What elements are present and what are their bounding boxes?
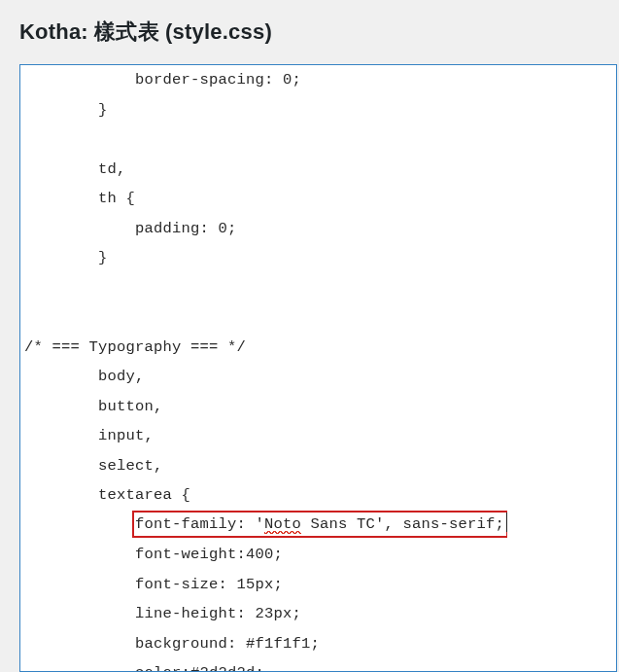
code-line: color:#2d2d2d; bbox=[24, 658, 616, 672]
code-line: button, bbox=[24, 392, 616, 422]
code-line-highlighted: font-family: 'Noto Sans TC', sans-serif; bbox=[24, 511, 616, 541]
code-line: } bbox=[24, 95, 616, 125]
code-line: input, bbox=[24, 421, 616, 451]
code-line: select, bbox=[24, 451, 616, 481]
code-line bbox=[24, 302, 616, 333]
code-line: td, bbox=[24, 155, 616, 185]
code-line: /* === Typography === */ bbox=[24, 333, 616, 363]
code-editor[interactable]: border-spacing: 0; } td, th { padding: 0… bbox=[19, 64, 617, 672]
code-line: font-weight:400; bbox=[24, 540, 616, 570]
code-line: textarea { bbox=[24, 480, 616, 511]
code-line: padding: 0; bbox=[24, 214, 616, 244]
title-filename: (style.css) bbox=[159, 19, 272, 44]
code-text bbox=[24, 516, 135, 534]
code-line bbox=[24, 124, 616, 155]
text-caret bbox=[506, 513, 507, 532]
code-line: th { bbox=[24, 184, 616, 214]
highlight-box: font-family: 'Noto Sans TC', sans-serif; bbox=[132, 511, 507, 538]
code-line: font-size: 15px; bbox=[24, 570, 616, 600]
code-content[interactable]: border-spacing: 0; } td, th { padding: 0… bbox=[20, 65, 616, 672]
code-line: body, bbox=[24, 362, 616, 392]
page-title: Kotha: 樣式表 (style.css) bbox=[0, 0, 619, 64]
code-line: } bbox=[24, 243, 616, 273]
spellcheck-squiggle: Noto bbox=[264, 515, 301, 534]
title-separator: : bbox=[81, 19, 94, 44]
code-line: line-height: 23px; bbox=[24, 599, 616, 629]
code-line bbox=[24, 273, 616, 303]
code-line: border-spacing: 0; bbox=[24, 65, 616, 95]
code-text: Sans TC', sans-serif; bbox=[301, 515, 504, 533]
code-line: background: #f1f1f1; bbox=[24, 629, 616, 659]
theme-name: Kotha bbox=[19, 19, 81, 44]
title-label: 樣式表 bbox=[94, 19, 159, 44]
code-text: font-family: ' bbox=[135, 515, 264, 533]
